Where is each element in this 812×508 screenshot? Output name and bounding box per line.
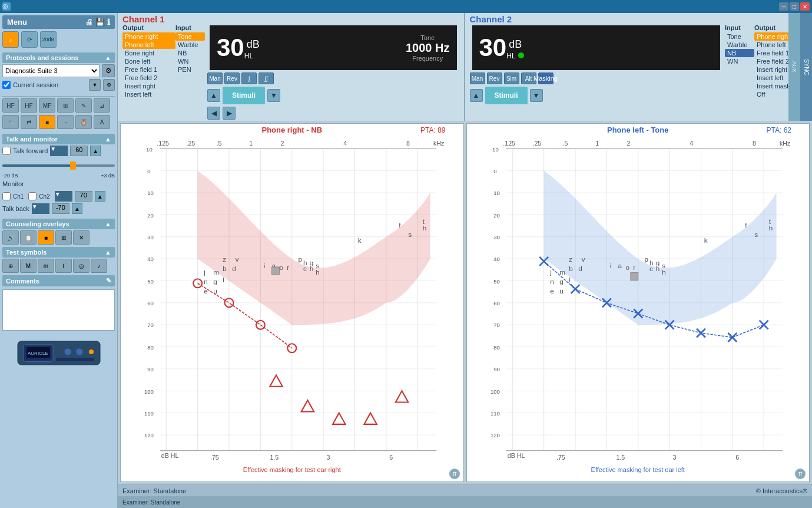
ch1-pen[interactable]: PEN <box>175 65 205 74</box>
counsel-icon-4[interactable]: ⊞ <box>55 230 72 245</box>
ch1-phone-left[interactable]: Phone left <box>122 41 175 49</box>
ch2-tone[interactable]: Tone <box>725 32 754 41</box>
talk-collapse-icon[interactable]: ▲ <box>105 136 111 143</box>
flow-button[interactable]: → <box>57 115 74 129</box>
counsel-icon-3[interactable]: ■ <box>38 230 54 245</box>
hf2-button[interactable]: HF <box>21 98 37 113</box>
ch1-freq-right[interactable]: ▶ <box>223 107 236 120</box>
ch1-double-btn[interactable]: ∫∫ <box>258 72 274 84</box>
counsel-icon-5[interactable]: ✕ <box>73 230 90 245</box>
ch1-wn[interactable]: WN <box>175 57 205 65</box>
ch1-checkbox[interactable] <box>2 192 11 200</box>
ch1-warble[interactable]: Warble <box>175 41 205 49</box>
minimize-button[interactable]: ─ <box>779 2 788 11</box>
volume-thumb[interactable] <box>70 161 76 170</box>
mf-button[interactable]: MF <box>39 98 55 113</box>
sym-3[interactable]: m <box>38 259 54 273</box>
ch1-phone-right[interactable]: Phone right <box>122 32 175 41</box>
expand-button[interactable]: ⊿ <box>94 98 110 113</box>
sym-6[interactable]: ♪ <box>91 259 107 273</box>
sym-5[interactable]: ◎ <box>73 259 90 273</box>
counseling-header: Counseling overlays ▲ <box>2 219 115 229</box>
sym-2[interactable]: M <box>20 259 37 273</box>
orange-button[interactable]: ■ <box>39 115 55 129</box>
edit-button[interactable]: ✎ <box>75 98 92 113</box>
ch1-insert-left[interactable]: Insert left <box>122 90 175 98</box>
ch2-nav-down[interactable]: ▼ <box>530 89 543 102</box>
collapse-icon[interactable]: ▲ <box>105 54 111 61</box>
grid-button[interactable]: ⊞ <box>57 98 74 113</box>
ch1-free-field2[interactable]: Free field 2 <box>122 74 175 82</box>
ch2-nav-up[interactable]: ▲ <box>470 89 483 102</box>
ch1-insert-right[interactable]: Insert right <box>122 82 175 90</box>
info-icon[interactable]: ℹ <box>107 18 110 27</box>
ch1-tone[interactable]: Tone <box>175 32 205 41</box>
ch1-stimuli-button[interactable]: Stimuli <box>223 87 265 104</box>
settings-icon[interactable]: ⟳ <box>21 31 38 48</box>
ch2-db-unit: dB <box>509 38 522 50</box>
talk-forward-dropdown[interactable]: ▼ <box>50 146 68 156</box>
comments-textarea[interactable] <box>2 289 115 331</box>
volume-icon[interactable]: 20dB <box>40 31 57 48</box>
talk-back-up[interactable]: ▲ <box>72 203 82 214</box>
counseling-collapse[interactable]: ▲ <box>105 220 111 227</box>
ch1-nav-up[interactable]: ▲ <box>207 89 220 102</box>
ch1-rev-btn[interactable]: Rev <box>224 72 240 84</box>
svg-marker-89 <box>333 413 345 424</box>
owl-button[interactable]: 🦉 <box>75 115 92 129</box>
close-button[interactable]: ✕ <box>800 2 810 11</box>
ch1-single-btn[interactable]: ∫ <box>241 72 257 84</box>
print-icon[interactable]: 🖨 <box>85 18 93 27</box>
symbols-collapse[interactable]: ▲ <box>105 249 111 256</box>
ch1-nb[interactable]: NB <box>175 49 205 57</box>
channel-headers: Channel 1 Output Phone right Phone left … <box>118 13 812 121</box>
text-button[interactable]: A <box>94 115 110 129</box>
svg-text:a: a <box>618 262 622 269</box>
ch1-bone-right[interactable]: Bone right <box>122 49 175 57</box>
ch1-bone-left[interactable]: Bone left <box>122 57 175 65</box>
channel1-panel: Channel 1 Output Phone right Phone left … <box>118 13 465 121</box>
talk-back-dropdown[interactable]: ▼ <box>32 203 49 214</box>
ch1-freq-left[interactable]: ◀ <box>207 107 220 120</box>
music-icon[interactable]: ♪ <box>2 31 19 48</box>
menu-header[interactable]: Menu 🖨 💾 ℹ <box>2 15 115 29</box>
arrows-button[interactable]: ⇄ <box>21 115 37 129</box>
ch2-masking-btn[interactable]: Masking <box>538 72 554 84</box>
session-gear-button[interactable]: ⚙ <box>103 79 115 91</box>
session-settings-button[interactable]: ▼ <box>89 79 101 91</box>
sym-1[interactable]: ⊕ <box>2 259 19 273</box>
audiogram2-expand[interactable]: ⇈ <box>795 469 806 479</box>
maximize-button[interactable]: □ <box>790 2 799 11</box>
ch2-stimuli-button[interactable]: Stimuli <box>485 87 528 104</box>
wrench-button[interactable]: 🔧 <box>2 115 19 129</box>
monitor-up[interactable]: ▲ <box>95 191 105 202</box>
counsel-icon-2[interactable]: 📋 <box>20 230 37 245</box>
ch1-man-btn[interactable]: Man <box>207 72 223 84</box>
sym-4[interactable]: t <box>55 259 72 273</box>
ch2-sim-btn[interactable]: Sim <box>504 72 519 84</box>
ch2-rev-btn[interactable]: Rev <box>487 72 502 84</box>
protocol-select[interactable]: Diagnostic Suite 3 <box>2 64 100 77</box>
ch1-nav-down[interactable]: ▼ <box>267 89 280 102</box>
ch2-warble[interactable]: Warble <box>725 41 754 49</box>
svg-text:j: j <box>549 268 552 276</box>
svg-text:-10: -10 <box>490 146 498 153</box>
ch2-wn[interactable]: WN <box>725 57 754 65</box>
counsel-icon-1[interactable]: 🔊 <box>2 230 19 245</box>
ch2-controls: Man Rev Sim Alt Masking <box>470 71 723 85</box>
protocol-gear-button[interactable]: ⚙ <box>102 64 115 77</box>
ch2-man-btn[interactable]: Man <box>470 72 485 84</box>
comments-icon[interactable]: ✎ <box>106 277 111 285</box>
svg-text:i: i <box>609 262 611 269</box>
sync-bar[interactable]: SYNC <box>800 13 812 121</box>
session-checkbox[interactable] <box>2 81 11 89</box>
talk-forward-up[interactable]: ▲ <box>90 146 101 156</box>
ch2-nb[interactable]: NB <box>725 49 754 57</box>
monitor-dropdown[interactable]: ▼ <box>55 191 72 202</box>
talk-forward-checkbox[interactable] <box>2 147 11 155</box>
hf-button[interactable]: HF <box>2 98 19 113</box>
audiogram1-expand[interactable]: ⇈ <box>449 469 460 479</box>
ch2-checkbox[interactable] <box>28 192 37 200</box>
ch1-free-field1[interactable]: Free field 1 <box>122 65 175 74</box>
save-icon[interactable]: 💾 <box>95 18 105 27</box>
